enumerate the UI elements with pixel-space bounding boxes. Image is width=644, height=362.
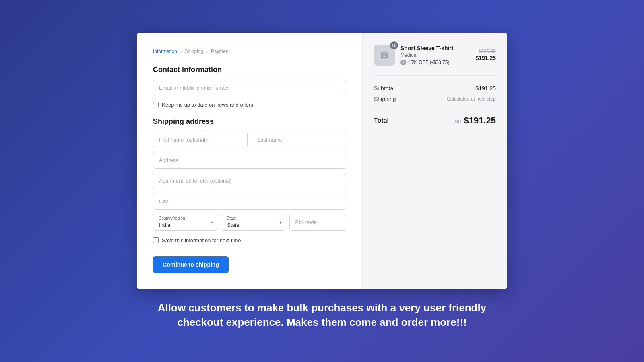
subtotal-value: $191.25 xyxy=(475,85,496,92)
breadcrumb-information: Information xyxy=(153,49,177,54)
newsletter-checkbox[interactable] xyxy=(153,102,159,107)
checkout-card: Information > Shipping > Payment Contact… xyxy=(137,33,507,289)
location-row: Country/region India ▾ State State ▾ xyxy=(153,214,346,231)
subtotal-label: Subtotal xyxy=(374,85,394,92)
save-info-checkbox[interactable] xyxy=(153,237,159,243)
breadcrumb-sep-1: > xyxy=(180,49,182,54)
state-select[interactable]: State xyxy=(221,214,285,231)
product-row: 15 Short Sleeve T-shirt Medium ✦ 15% OFF… xyxy=(374,45,496,76)
total-right: USD $191.25 xyxy=(451,115,496,126)
pin-field[interactable] xyxy=(289,214,346,231)
total-amount: $191.25 xyxy=(464,115,496,126)
product-name: Short Sleeve T-shirt xyxy=(400,45,470,51)
camera-icon xyxy=(380,51,389,60)
country-select[interactable]: India xyxy=(153,214,217,231)
contact-section-title: Contact information xyxy=(153,66,346,74)
total-label: Total xyxy=(374,117,389,124)
total-currency: USD xyxy=(451,119,461,125)
newsletter-label: Keep me up to date on news and offers xyxy=(162,102,253,108)
original-price: $225.00 xyxy=(475,49,496,54)
last-name-field[interactable] xyxy=(252,132,346,148)
name-row xyxy=(153,132,346,148)
discount-text: 15% OFF (-$33.75) xyxy=(408,60,449,65)
country-select-wrapper: Country/region India ▾ xyxy=(153,214,217,231)
breadcrumb: Information > Shipping > Payment xyxy=(153,49,346,54)
subtotal-row: Subtotal $191.25 xyxy=(374,85,496,92)
address-field[interactable] xyxy=(153,152,346,169)
shipping-label: Shipping xyxy=(374,96,396,102)
shipping-value: Calculated at next step xyxy=(447,96,496,102)
footer-text: Allow customers to make bulk purchases w… xyxy=(157,300,487,330)
breadcrumb-sep-2: > xyxy=(206,49,208,54)
product-info: Short Sleeve T-shirt Medium ✦ 15% OFF (-… xyxy=(400,45,470,65)
product-badge: 15 xyxy=(390,41,398,49)
save-info-row: Save this information for next time xyxy=(153,237,346,243)
total-row: Total USD $191.25 xyxy=(374,115,496,126)
continue-button[interactable]: Continue to shipping xyxy=(153,256,229,273)
product-discount: ✦ 15% OFF (-$33.75) xyxy=(400,60,470,65)
shipping-section-title: Shipping address xyxy=(153,117,346,126)
discount-tag-icon: ✦ xyxy=(400,60,406,65)
summary-divider xyxy=(374,109,496,109)
breadcrumb-payment: Payment xyxy=(211,49,230,54)
left-panel: Information > Shipping > Payment Contact… xyxy=(137,33,362,289)
breadcrumb-shipping: Shipping xyxy=(184,49,203,54)
product-pricing: $225.00 $191.25 xyxy=(475,49,496,62)
sale-price: $191.25 xyxy=(475,55,496,61)
email-field[interactable] xyxy=(153,80,346,96)
shipping-row: Shipping Calculated at next step xyxy=(374,96,496,102)
city-field[interactable] xyxy=(153,193,346,210)
newsletter-row: Keep me up to date on news and offers xyxy=(153,102,346,108)
footer-text-wrapper: Allow customers to make bulk purchases w… xyxy=(141,300,503,330)
apt-field[interactable] xyxy=(153,173,346,189)
state-select-wrapper: State State ▾ xyxy=(221,214,285,231)
product-variant: Medium xyxy=(400,52,470,58)
first-name-field[interactable] xyxy=(153,132,248,148)
right-panel: 15 Short Sleeve T-shirt Medium ✦ 15% OFF… xyxy=(362,33,507,289)
product-image-wrap: 15 xyxy=(374,45,395,66)
save-info-label: Save this information for next time xyxy=(162,237,241,243)
